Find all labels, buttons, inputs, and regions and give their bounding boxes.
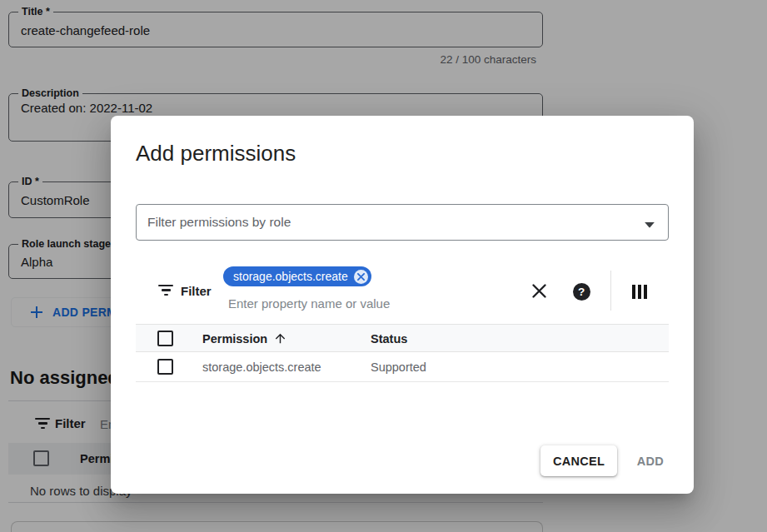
row-checkbox[interactable] [157, 359, 173, 375]
permission-table-row[interactable]: storage.objects.create Supported [136, 353, 669, 382]
cancel-button[interactable]: CANCEL [540, 445, 617, 476]
help-icon[interactable] [571, 281, 591, 301]
dialog-filter-input[interactable] [228, 294, 461, 312]
role-select-placeholder: Filter permissions by role [147, 215, 291, 230]
dialog-title: Add permissions [136, 141, 296, 167]
toolbar-divider [610, 271, 611, 311]
screen: Title * create-changefeed-role 22 / 100 … [0, 0, 767, 532]
permission-cell: storage.objects.create [202, 360, 321, 374]
clear-filter-icon[interactable] [529, 281, 549, 301]
filter-icon [158, 285, 173, 298]
status-column-header[interactable]: Status [371, 332, 407, 346]
permission-column-header[interactable]: Permission [202, 332, 267, 346]
filter-permissions-by-role-select[interactable]: Filter permissions by role [136, 204, 669, 241]
column-display-icon[interactable] [630, 281, 650, 301]
dialog-table-header-row: Permission Status [136, 324, 669, 352]
add-button[interactable]: ADD [629, 445, 672, 476]
status-cell: Supported [371, 360, 426, 374]
caret-down-icon [645, 216, 655, 231]
add-permissions-dialog: Add permissions Filter permissions by ro… [111, 116, 694, 494]
filter-chip-label: storage.objects.create [233, 270, 348, 283]
dialog-filter-label: Filter [181, 284, 212, 298]
chip-remove-icon[interactable] [354, 270, 368, 284]
dialog-select-all-checkbox[interactable] [157, 331, 173, 346]
filter-chip-storage-objects-create[interactable]: storage.objects.create [223, 266, 371, 286]
sort-ascending-icon[interactable] [273, 331, 287, 349]
